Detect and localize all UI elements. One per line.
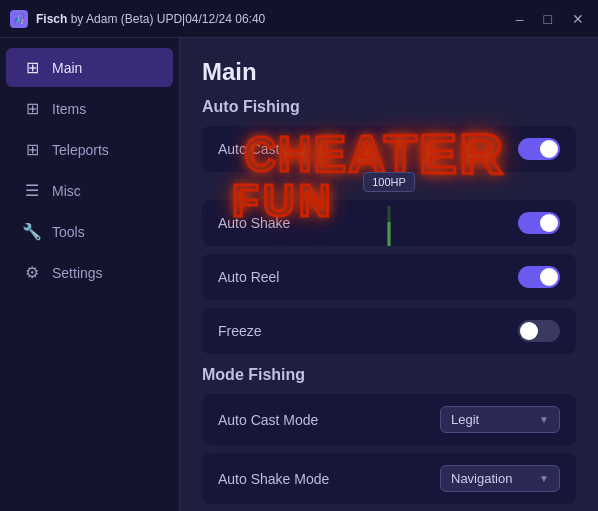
freeze-row: Freeze <box>202 308 576 354</box>
sidebar-label-misc: Misc <box>52 183 81 199</box>
auto-shake-mode-value: Navigation <box>451 471 512 486</box>
items-icon: ⊞ <box>22 99 42 118</box>
auto-cast-mode-value: Legit <box>451 412 479 427</box>
auto-shake-toggle[interactable] <box>518 212 560 234</box>
sidebar-label-main: Main <box>52 60 82 76</box>
page-title: Main <box>202 58 576 86</box>
freeze-label: Freeze <box>218 323 262 339</box>
sidebar-item-tools[interactable]: 🔧 Tools <box>6 212 173 251</box>
auto-shake-label: Auto Shake <box>218 215 290 231</box>
sidebar-label-tools: Tools <box>52 224 85 240</box>
auto-shake-mode-select[interactable]: Navigation ▼ <box>440 465 560 492</box>
sidebar-label-settings: Settings <box>52 265 103 281</box>
auto-reel-row: Auto Reel <box>202 254 576 300</box>
teleports-icon: ⊞ <box>22 140 42 159</box>
auto-cast-mode-select[interactable]: Legit ▼ <box>440 406 560 433</box>
auto-cast-row: Auto Cast <box>202 126 576 172</box>
app-icon: 🎣 <box>10 10 28 28</box>
sidebar-item-teleports[interactable]: ⊞ Teleports <box>6 130 173 169</box>
sidebar: ⊞ Main ⊞ Items ⊞ Teleports ☰ Misc 🔧 Tool… <box>0 38 180 511</box>
main-icon: ⊞ <box>22 58 42 77</box>
app-body: ⊞ Main ⊞ Items ⊞ Teleports ☰ Misc 🔧 Tool… <box>0 38 598 511</box>
sidebar-item-settings[interactable]: ⚙ Settings <box>6 253 173 292</box>
auto-cast-toggle[interactable] <box>518 138 560 160</box>
auto-reel-label: Auto Reel <box>218 269 279 285</box>
sidebar-item-items[interactable]: ⊞ Items <box>6 89 173 128</box>
hp-tooltip: 100HP <box>363 172 415 192</box>
main-panel: Main Auto Fishing Auto Cast 100HP Auto S… <box>180 38 598 511</box>
sidebar-label-items: Items <box>52 101 86 117</box>
hp-bar <box>388 206 391 246</box>
freeze-toggle[interactable] <box>518 320 560 342</box>
titlebar-title: Fisch by Adam (Beta) UPD|04/12/24 06:40 <box>36 12 512 26</box>
minimize-button[interactable]: – <box>512 10 528 28</box>
auto-cast-mode-row: Auto Cast Mode Legit ▼ <box>202 394 576 445</box>
tools-icon: 🔧 <box>22 222 42 241</box>
auto-shake-mode-chevron: ▼ <box>539 473 549 484</box>
auto-shake-mode-row: Auto Shake Mode Navigation ▼ <box>202 453 576 504</box>
auto-shake-row: 100HP Auto Shake <box>202 200 576 246</box>
close-button[interactable]: ✕ <box>568 10 588 28</box>
auto-reel-toggle[interactable] <box>518 266 560 288</box>
auto-cast-mode-label: Auto Cast Mode <box>218 412 318 428</box>
sidebar-item-main[interactable]: ⊞ Main <box>6 48 173 87</box>
sidebar-item-misc[interactable]: ☰ Misc <box>6 171 173 210</box>
maximize-button[interactable]: □ <box>540 10 556 28</box>
app-name: Fisch <box>36 12 67 26</box>
misc-icon: ☰ <box>22 181 42 200</box>
window-controls: – □ ✕ <box>512 10 588 28</box>
auto-fishing-title: Auto Fishing <box>202 98 576 116</box>
auto-cast-label: Auto Cast <box>218 141 279 157</box>
app-author: by Adam (Beta) UPD|04/12/24 06:40 <box>71 12 266 26</box>
titlebar: 🎣 Fisch by Adam (Beta) UPD|04/12/24 06:4… <box>0 0 598 38</box>
hp-bar-fill <box>388 222 391 246</box>
auto-cast-mode-chevron: ▼ <box>539 414 549 425</box>
mode-fishing-title: Mode Fishing <box>202 366 576 384</box>
auto-shake-mode-label: Auto Shake Mode <box>218 471 329 487</box>
settings-icon: ⚙ <box>22 263 42 282</box>
sidebar-label-teleports: Teleports <box>52 142 109 158</box>
